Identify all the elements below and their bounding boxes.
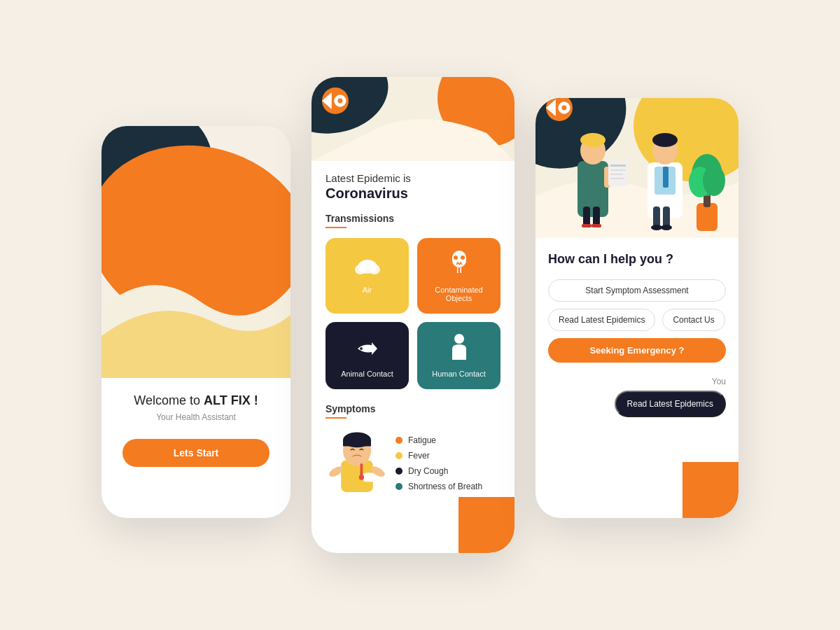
symptoms-section: Symptoms <box>326 403 500 498</box>
svg-point-54 <box>661 225 672 230</box>
welcome-art <box>102 126 290 378</box>
svg-point-13 <box>454 255 458 260</box>
epidemic-art-top <box>312 77 514 161</box>
welcome-subtitle: Your Health Assistant <box>122 412 270 422</box>
fatigue-dot <box>396 437 402 444</box>
svg-rect-45 <box>610 178 624 179</box>
lets-start-button[interactable]: Lets Start <box>122 439 270 467</box>
svg-rect-44 <box>610 174 623 175</box>
trans-card-animal: Animal Contact <box>326 322 409 389</box>
svg-point-62 <box>561 106 566 111</box>
orange-accent-3 <box>682 462 738 518</box>
symptoms-underline <box>326 417 346 419</box>
emergency-button[interactable]: Seeking Emergency ? <box>548 338 726 363</box>
read-epidemics-button[interactable]: Read Latest Epidemics <box>548 309 655 331</box>
welcome-text: Welcome to ALT FIX ! <box>122 392 270 410</box>
svg-rect-25 <box>363 473 374 482</box>
epidemic-content: Latest Epidemic is Coronavirus Transmiss… <box>312 161 514 553</box>
svg-point-10 <box>369 265 380 274</box>
orange-accent-2 <box>458 497 514 553</box>
phone-welcome: Welcome to ALT FIX ! Your Health Assista… <box>102 126 290 518</box>
svg-point-7 <box>337 99 342 104</box>
chat-question: How can I help you ? <box>548 252 726 267</box>
symptom-shortness: Shortness of Breath <box>396 482 482 491</box>
svg-rect-39 <box>592 224 601 227</box>
svg-marker-5 <box>322 92 332 109</box>
welcome-bottom: Welcome to ALT FIX ! Your Health Assista… <box>102 378 290 481</box>
chat-options: Start Symptom Assessment Read Latest Epi… <box>548 279 726 363</box>
contact-us-button[interactable]: Contact Us <box>662 309 724 331</box>
epidemic-label: Latest Epidemic is <box>326 172 500 184</box>
svg-rect-16 <box>455 267 457 273</box>
user-message-bubble[interactable]: Read Latest Epidemics <box>615 391 726 417</box>
transmissions-underline <box>326 227 346 228</box>
chat-row-2: Read Latest Epidemics Contact Us <box>548 309 726 331</box>
svg-point-14 <box>461 255 465 260</box>
transmissions-title: Transmissions <box>326 213 500 224</box>
svg-rect-51 <box>653 206 660 227</box>
contaminated-label: Contaminated Objects <box>426 286 492 302</box>
fever-dot <box>396 452 402 459</box>
person-icon <box>444 333 475 364</box>
svg-point-35 <box>580 133 606 147</box>
dry-cough-dot <box>396 468 402 475</box>
chat-content: How can I help you ? Start Symptom Asses… <box>536 238 738 405</box>
you-label: You <box>548 377 726 386</box>
symptoms-list: Fatigue Fever Dry Cough Shortness of Bre… <box>396 428 482 497</box>
svg-point-53 <box>651 225 662 230</box>
epidemic-name: Coronavirus <box>326 186 500 202</box>
svg-rect-24 <box>343 440 371 446</box>
symptom-assessment-button[interactable]: Start Symptom Assessment <box>548 279 726 302</box>
trans-card-air: Air <box>326 238 409 314</box>
trans-card-human: Human Contact <box>417 322 500 389</box>
chat-logo-button[interactable] <box>546 98 573 121</box>
phone-epidemic: Latest Epidemic is Coronavirus Transmiss… <box>312 77 514 553</box>
svg-point-27 <box>359 475 364 479</box>
shortness-dot <box>396 483 402 490</box>
svg-rect-48 <box>663 167 668 188</box>
transmission-grid: Air Contaminat <box>326 238 500 389</box>
symptoms-body: Fatigue Fever Dry Cough Shortness of Bre… <box>326 428 500 498</box>
chat-messages: You Read Latest Epidemics <box>548 377 726 386</box>
phone-chat: How can I help you ? Start Symptom Asses… <box>536 98 738 518</box>
sick-person-illustration <box>326 428 388 498</box>
trans-card-contaminated: Contaminated Objects <box>417 238 500 314</box>
svg-rect-43 <box>610 169 626 171</box>
chat-art-top <box>536 98 738 238</box>
fish-icon <box>352 333 383 364</box>
svg-point-9 <box>355 265 366 274</box>
symptom-dry-cough: Dry Cough <box>396 466 482 476</box>
svg-rect-33 <box>578 161 608 217</box>
skull-icon <box>444 249 475 280</box>
svg-rect-52 <box>663 206 670 227</box>
symptom-fatigue: Fatigue <box>396 435 482 445</box>
svg-rect-38 <box>582 224 592 227</box>
air-label: Air <box>363 286 372 294</box>
symptoms-title: Symptoms <box>326 403 500 414</box>
animal-label: Animal Contact <box>341 370 393 378</box>
air-icon <box>352 249 383 280</box>
svg-point-59 <box>703 165 725 196</box>
logo-button[interactable] <box>322 88 349 114</box>
svg-marker-60 <box>546 99 556 116</box>
svg-point-50 <box>652 133 678 147</box>
svg-point-19 <box>360 347 363 350</box>
svg-point-20 <box>454 334 464 344</box>
svg-rect-17 <box>458 267 460 273</box>
symptom-fever: Fever <box>396 451 482 461</box>
human-label: Human Contact <box>432 370 485 378</box>
svg-rect-18 <box>461 267 463 273</box>
svg-rect-42 <box>610 164 626 167</box>
